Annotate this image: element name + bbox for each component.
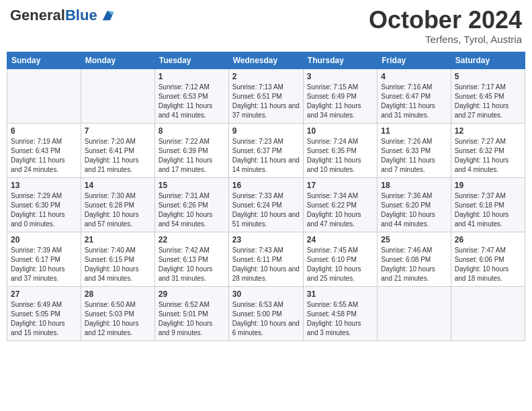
day-cell: 21Sunrise: 7:40 AM Sunset: 6:15 PM Dayli… [81,232,154,286]
day-info: Sunrise: 7:24 AM Sunset: 6:35 PM Dayligh… [307,137,373,175]
day-number: 25 [381,235,447,244]
day-info: Sunrise: 7:17 AM Sunset: 6:45 PM Dayligh… [455,83,521,120]
day-number: 13 [11,181,77,190]
day-number: 23 [232,235,300,244]
day-number: 22 [159,235,225,244]
day-cell: 15Sunrise: 7:31 AM Sunset: 6:26 PM Dayli… [154,177,228,232]
day-info: Sunrise: 6:53 AM Sunset: 5:00 PM Dayligh… [232,300,300,338]
day-number: 24 [307,235,373,244]
day-number: 3 [307,72,373,81]
day-number: 5 [455,72,521,81]
day-cell: 26Sunrise: 7:47 AM Sunset: 6:06 PM Dayli… [451,232,525,286]
day-cell: 17Sunrise: 7:34 AM Sunset: 6:22 PM Dayli… [303,177,377,232]
logo-icon [100,8,115,23]
day-cell: 8Sunrise: 7:22 AM Sunset: 6:39 PM Daylig… [154,123,228,177]
day-cell: 1Sunrise: 7:12 AM Sunset: 6:53 PM Daylig… [154,68,228,123]
day-cell: 28Sunrise: 6:50 AM Sunset: 5:03 PM Dayli… [81,286,154,340]
day-cell: 13Sunrise: 7:29 AM Sunset: 6:30 PM Dayli… [7,177,81,232]
day-cell: 9Sunrise: 7:23 AM Sunset: 6:37 PM Daylig… [228,123,303,177]
location: Terfens, Tyrol, Austria [369,34,522,45]
col-header-wednesday: Wednesday [228,52,303,68]
day-cell: 11Sunrise: 7:26 AM Sunset: 6:33 PM Dayli… [378,123,451,177]
day-number: 4 [381,72,447,81]
day-cell: 4Sunrise: 7:16 AM Sunset: 6:47 PM Daylig… [378,68,451,123]
day-number: 6 [11,126,77,136]
calendar-table: SundayMondayTuesdayWednesdayThursdayFrid… [7,52,525,341]
day-info: Sunrise: 7:15 AM Sunset: 6:49 PM Dayligh… [307,83,373,120]
day-number: 1 [159,72,225,81]
page-header: GeneralBlue October 2024 Terfens, Tyrol,… [7,7,525,45]
col-header-friday: Friday [378,52,451,68]
day-number: 31 [307,289,373,299]
col-header-monday: Monday [81,52,154,68]
day-info: Sunrise: 7:45 AM Sunset: 6:10 PM Dayligh… [307,246,373,283]
day-number: 29 [159,289,225,299]
day-cell: 23Sunrise: 7:43 AM Sunset: 6:11 PM Dayli… [228,232,303,286]
day-info: Sunrise: 7:47 AM Sunset: 6:06 PM Dayligh… [455,246,521,283]
day-info: Sunrise: 7:36 AM Sunset: 6:20 PM Dayligh… [381,191,447,229]
day-info: Sunrise: 7:42 AM Sunset: 6:13 PM Dayligh… [159,246,225,283]
day-number: 26 [455,235,521,244]
day-cell: 30Sunrise: 6:53 AM Sunset: 5:00 PM Dayli… [228,286,303,340]
day-number: 2 [232,72,300,81]
day-cell: 31Sunrise: 6:55 AM Sunset: 4:58 PM Dayli… [303,286,377,340]
day-info: Sunrise: 7:22 AM Sunset: 6:39 PM Dayligh… [159,137,225,175]
col-header-saturday: Saturday [451,52,525,68]
day-number: 21 [85,235,151,244]
day-cell: 14Sunrise: 7:30 AM Sunset: 6:28 PM Dayli… [81,177,154,232]
day-number: 15 [159,181,225,190]
day-cell: 12Sunrise: 7:27 AM Sunset: 6:32 PM Dayli… [451,123,525,177]
day-cell: 16Sunrise: 7:33 AM Sunset: 6:24 PM Dayli… [228,177,303,232]
day-info: Sunrise: 7:46 AM Sunset: 6:08 PM Dayligh… [381,246,447,283]
day-info: Sunrise: 7:34 AM Sunset: 6:22 PM Dayligh… [307,191,373,229]
day-cell: 2Sunrise: 7:13 AM Sunset: 6:51 PM Daylig… [228,68,303,123]
day-number: 18 [381,181,447,190]
day-info: Sunrise: 6:52 AM Sunset: 5:01 PM Dayligh… [159,300,225,338]
day-info: Sunrise: 7:30 AM Sunset: 6:28 PM Dayligh… [85,191,151,229]
title-block: October 2024 Terfens, Tyrol, Austria [369,7,522,45]
day-number: 20 [11,235,77,244]
day-number: 27 [11,289,77,299]
day-info: Sunrise: 7:39 AM Sunset: 6:17 PM Dayligh… [11,246,77,283]
day-info: Sunrise: 7:26 AM Sunset: 6:33 PM Dayligh… [381,137,447,175]
day-cell: 22Sunrise: 7:42 AM Sunset: 6:13 PM Dayli… [154,232,228,286]
day-cell: 6Sunrise: 7:19 AM Sunset: 6:43 PM Daylig… [7,123,81,177]
day-cell: 20Sunrise: 7:39 AM Sunset: 6:17 PM Dayli… [7,232,81,286]
day-info: Sunrise: 6:49 AM Sunset: 5:05 PM Dayligh… [11,300,77,338]
week-row-4: 20Sunrise: 7:39 AM Sunset: 6:17 PM Dayli… [7,232,525,286]
day-cell [378,286,451,340]
header-row: SundayMondayTuesdayWednesdayThursdayFrid… [7,52,525,68]
day-cell: 7Sunrise: 7:20 AM Sunset: 6:41 PM Daylig… [81,123,154,177]
day-info: Sunrise: 6:50 AM Sunset: 5:03 PM Dayligh… [85,300,151,338]
day-info: Sunrise: 7:19 AM Sunset: 6:43 PM Dayligh… [11,137,77,175]
week-row-5: 27Sunrise: 6:49 AM Sunset: 5:05 PM Dayli… [7,286,525,340]
week-row-2: 6Sunrise: 7:19 AM Sunset: 6:43 PM Daylig… [7,123,525,177]
day-cell: 29Sunrise: 6:52 AM Sunset: 5:01 PM Dayli… [154,286,228,340]
col-header-tuesday: Tuesday [154,52,228,68]
day-cell: 19Sunrise: 7:37 AM Sunset: 6:18 PM Dayli… [451,177,525,232]
day-cell: 10Sunrise: 7:24 AM Sunset: 6:35 PM Dayli… [303,123,377,177]
day-number: 28 [85,289,151,299]
day-info: Sunrise: 7:23 AM Sunset: 6:37 PM Dayligh… [232,137,300,175]
month-title: October 2024 [369,7,522,34]
col-header-sunday: Sunday [7,52,81,68]
day-cell: 27Sunrise: 6:49 AM Sunset: 5:05 PM Dayli… [7,286,81,340]
week-row-1: 1Sunrise: 7:12 AM Sunset: 6:53 PM Daylig… [7,68,525,123]
day-info: Sunrise: 7:33 AM Sunset: 6:24 PM Dayligh… [232,191,300,229]
day-info: Sunrise: 7:27 AM Sunset: 6:32 PM Dayligh… [455,137,521,175]
day-info: Sunrise: 7:16 AM Sunset: 6:47 PM Dayligh… [381,83,447,120]
day-number: 9 [232,126,300,136]
day-info: Sunrise: 7:13 AM Sunset: 6:51 PM Dayligh… [232,83,300,120]
col-header-thursday: Thursday [303,52,377,68]
day-number: 30 [232,289,300,299]
day-number: 14 [85,181,151,190]
logo: GeneralBlue [10,7,115,24]
day-info: Sunrise: 7:43 AM Sunset: 6:11 PM Dayligh… [232,246,300,283]
day-number: 10 [307,126,373,136]
day-info: Sunrise: 7:20 AM Sunset: 6:41 PM Dayligh… [85,137,151,175]
day-cell [81,68,154,123]
day-info: Sunrise: 6:55 AM Sunset: 4:58 PM Dayligh… [307,300,373,338]
day-info: Sunrise: 7:29 AM Sunset: 6:30 PM Dayligh… [11,191,77,229]
day-cell: 5Sunrise: 7:17 AM Sunset: 6:45 PM Daylig… [451,68,525,123]
day-cell [7,68,81,123]
